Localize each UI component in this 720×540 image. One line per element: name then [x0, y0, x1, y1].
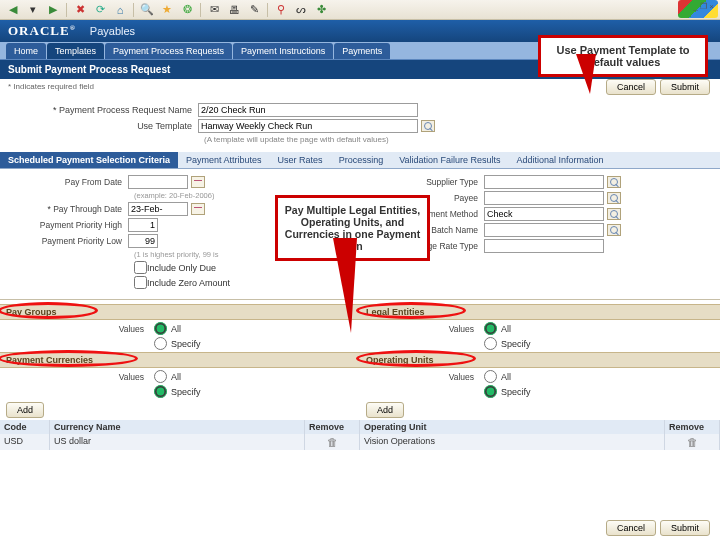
mail-icon[interactable]: ✉	[205, 2, 223, 18]
ppr-name-input[interactable]	[198, 103, 418, 117]
tab-pi[interactable]: Payment Instructions	[233, 43, 333, 59]
cancel-button-bottom[interactable]: Cancel	[606, 520, 656, 536]
calendar-icon[interactable]	[191, 176, 205, 188]
submit-button[interactable]: Submit	[660, 79, 710, 95]
ou-all-radio[interactable]	[484, 370, 497, 383]
trash-icon[interactable]: 🗑	[327, 436, 338, 448]
values-label: Values	[430, 372, 480, 382]
rate-input[interactable]	[484, 239, 604, 253]
refresh-icon[interactable]: ⟳	[91, 2, 109, 18]
app-name: Payables	[90, 25, 135, 37]
payee-input[interactable]	[484, 191, 604, 205]
method-input[interactable]	[484, 207, 604, 221]
cu-specify-radio[interactable]	[154, 385, 167, 398]
curr-table-header: CodeCurrency NameRemove	[0, 420, 360, 434]
browser-toolbar: ◀ ▾ ▶ ✖ ⟳ ⌂ 🔍 ★ ❂ ✉ 🖶 ✎ ⚲ ᔕ ✤ _ ❐ ×	[0, 0, 720, 20]
callout-multiple: Pay Multiple Legal Entities, Operating U…	[275, 195, 430, 261]
ppr-name-label: Payment Process Request Name	[8, 105, 198, 115]
pg-specify-radio[interactable]	[154, 337, 167, 350]
le-all-radio[interactable]	[484, 322, 497, 335]
favorites-icon[interactable]: ★	[158, 2, 176, 18]
tab-validation[interactable]: Validation Failure Results	[391, 152, 508, 168]
submit-button-bottom[interactable]: Submit	[660, 520, 710, 536]
print-icon[interactable]: 🖶	[225, 2, 243, 18]
zero-check[interactable]	[134, 276, 147, 289]
tab-home[interactable]: Home	[6, 43, 46, 59]
table-row: Vision Operations🗑	[360, 434, 720, 450]
search-icon[interactable]	[607, 176, 621, 188]
inner-tabs: Scheduled Payment Selection Criteria Pay…	[0, 152, 720, 169]
pay-from-label: Pay From Date	[8, 177, 128, 187]
cu-all-radio[interactable]	[154, 370, 167, 383]
tab-rates[interactable]: User Rates	[270, 152, 331, 168]
tab-addl[interactable]: Additional Information	[509, 152, 612, 168]
le-specify-radio[interactable]	[484, 337, 497, 350]
pay-through-label: Pay Through Date	[8, 204, 128, 214]
search-icon[interactable]: 🔍	[138, 2, 156, 18]
search-icon[interactable]	[421, 120, 435, 132]
only-due-check[interactable]	[134, 261, 147, 274]
prio-low-input[interactable]	[128, 234, 158, 248]
pay-groups-header: Pay Groups	[0, 304, 360, 320]
forward-icon[interactable]: ▶	[44, 2, 62, 18]
ou-header: Operating Units	[360, 352, 720, 368]
window-controls[interactable]: _ ❐ ×	[693, 2, 714, 11]
search-icon[interactable]	[607, 208, 621, 220]
ou-specify-radio[interactable]	[484, 385, 497, 398]
values-label: Values	[90, 324, 150, 334]
legal-header: Legal Entities	[360, 304, 720, 320]
prio-high-label: Payment Priority High	[8, 220, 128, 230]
stop-icon[interactable]: ✖	[71, 2, 89, 18]
tab-processing[interactable]: Processing	[331, 152, 392, 168]
supplier-input[interactable]	[484, 175, 604, 189]
edit-icon[interactable]: ✎	[245, 2, 263, 18]
template-input[interactable]	[198, 119, 418, 133]
back-icon[interactable]: ◀	[4, 2, 22, 18]
pay-through-input[interactable]	[128, 202, 188, 216]
pay-from-input[interactable]	[128, 175, 188, 189]
home-icon[interactable]: ⌂	[111, 2, 129, 18]
tab-templates[interactable]: Templates	[47, 43, 104, 59]
prio-high-input[interactable]	[128, 218, 158, 232]
trash-icon[interactable]: 🗑	[687, 436, 698, 448]
template-hint: (A template will update the page with de…	[204, 135, 712, 144]
calendar-icon[interactable]	[191, 203, 205, 215]
search-icon[interactable]	[607, 192, 621, 204]
tab-ppr[interactable]: Payment Process Requests	[105, 43, 232, 59]
tab-attributes[interactable]: Payment Attributes	[178, 152, 270, 168]
search-icon[interactable]	[607, 224, 621, 236]
history-icon[interactable]: ❂	[178, 2, 196, 18]
values-label: Values	[430, 324, 480, 334]
tab-payments[interactable]: Payments	[334, 43, 390, 59]
oracle-logo: ORACLE®	[8, 23, 76, 39]
link-icon[interactable]: ⚲	[272, 2, 290, 18]
ou-table-header: Operating UnitRemove	[360, 420, 720, 434]
add-currency-button[interactable]: Add	[6, 402, 44, 418]
only-due-label: Include Only Due	[147, 263, 216, 273]
curr-header: Payment Currencies	[0, 352, 360, 368]
tab-criteria[interactable]: Scheduled Payment Selection Criteria	[0, 152, 178, 168]
values-label: Values	[90, 372, 150, 382]
snag-icon[interactable]: ᔕ	[292, 2, 310, 18]
callout-template: Use Payment Template to Default values	[538, 35, 708, 77]
supplier-label: Supplier Type	[364, 177, 484, 187]
batch-input[interactable]	[484, 223, 604, 237]
dropdown-icon[interactable]: ▾	[24, 2, 42, 18]
cancel-button[interactable]: Cancel	[606, 79, 656, 95]
prio-low-label: Payment Priority Low	[8, 236, 128, 246]
table-row: USDUS dollar🗑	[0, 434, 360, 450]
pg-all-radio[interactable]	[154, 322, 167, 335]
add-ou-button[interactable]: Add	[366, 402, 404, 418]
template-label: Use Template	[8, 121, 198, 131]
msn-icon[interactable]: ✤	[312, 2, 330, 18]
zero-label: Include Zero Amount	[147, 278, 230, 288]
